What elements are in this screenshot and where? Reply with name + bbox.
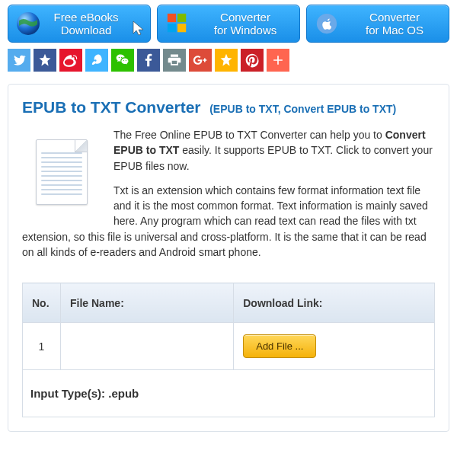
converter-windows-button[interactable]: Converter for Windows (157, 5, 300, 43)
cell-filename (61, 323, 234, 370)
cell-no: 1 (23, 323, 61, 370)
button-label: Converter for Mac OS (347, 11, 443, 37)
add-file-button[interactable]: Add File ... (243, 334, 316, 358)
text: The Free Online EPUB to TXT Converter ca… (113, 129, 385, 141)
col-header-no: No. (23, 283, 61, 323)
pinterest-icon[interactable] (241, 49, 264, 72)
mac-icon (313, 10, 340, 37)
col-header-filename: File Name: (61, 283, 234, 323)
svg-rect-1 (168, 14, 176, 22)
share-button-row (8, 49, 449, 72)
free-ebooks-download-button[interactable]: Free eBooks Download (8, 5, 151, 43)
button-label: Free eBooks Download (48, 11, 124, 37)
content-panel: EPUB to TXT Converter (EPUB to TXT, Conv… (8, 84, 449, 432)
windows-icon (164, 10, 191, 37)
description-block: The Free Online EPUB to TXT Converter ca… (22, 127, 435, 260)
table-row: 1 Add File ... (23, 323, 435, 370)
cell-download: Add File ... (234, 323, 435, 370)
top-button-row: Free eBooks Download Converter for Windo… (8, 5, 449, 43)
col-header-download: Download Link: (234, 283, 435, 323)
qzone-icon[interactable] (34, 49, 56, 72)
button-label: Converter for Windows (197, 11, 293, 37)
file-table: No. File Name: Download Link: 1 Add File… (22, 283, 435, 417)
globe-icon (14, 10, 42, 37)
page-subtitle: (EPUB to TXT, Convert EPUB to TXT) (209, 103, 396, 115)
tencent-icon[interactable] (85, 49, 108, 72)
weibo-icon[interactable] (59, 49, 82, 72)
googleplus-icon[interactable] (189, 49, 212, 72)
input-types-cell: Input Type(s): .epub (23, 370, 435, 417)
svg-rect-4 (177, 24, 186, 32)
title-row: EPUB to TXT Converter (EPUB to TXT, Conv… (22, 98, 435, 117)
txt-file-icon (24, 130, 100, 214)
facebook-icon[interactable] (137, 49, 160, 72)
cursor-icon (132, 20, 145, 39)
print-icon[interactable] (163, 49, 186, 72)
converter-mac-button[interactable]: Converter for Mac OS (306, 5, 449, 43)
svg-rect-3 (168, 24, 176, 32)
svg-rect-2 (177, 14, 186, 22)
twitter-icon[interactable] (8, 49, 30, 72)
favorite-icon[interactable] (215, 49, 238, 72)
more-icon[interactable] (267, 49, 289, 72)
wechat-icon[interactable] (111, 49, 134, 72)
table-footer-row: Input Type(s): .epub (23, 370, 435, 417)
page-title: EPUB to TXT Converter (22, 98, 201, 116)
